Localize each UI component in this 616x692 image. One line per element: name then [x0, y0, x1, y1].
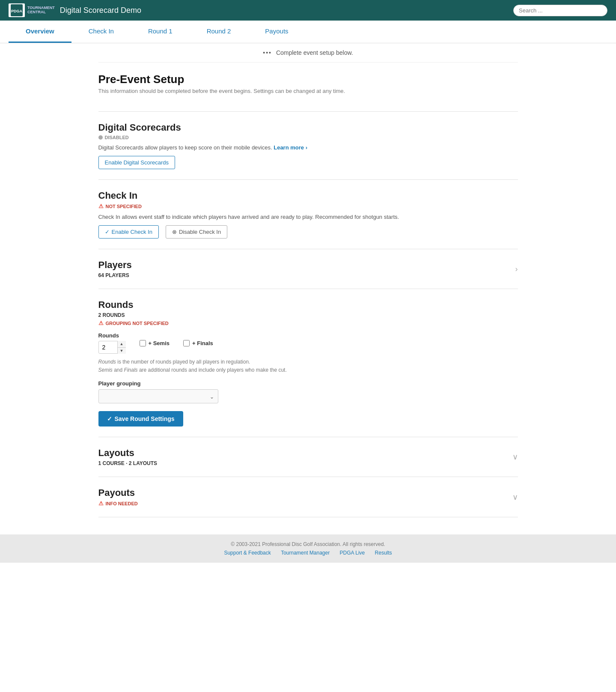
rounds-note-rounds: Rounds — [98, 359, 116, 365]
status-bar: ••• Complete event setup below. — [98, 43, 518, 63]
finals-checkbox[interactable] — [183, 340, 190, 346]
payouts-title: Payouts — [98, 487, 138, 498]
tab-overview[interactable]: Overview — [9, 21, 71, 43]
rounds-note: Rounds is the number of rounds played by… — [98, 358, 518, 374]
checkmark-icon: ✓ — [105, 229, 110, 235]
rounds-label: Rounds — [98, 332, 126, 339]
footer-links: Support & Feedback Tournament Manager PD… — [7, 550, 609, 556]
layouts-meta: 1 COURSE · 2 LAYOUTS — [98, 460, 158, 466]
header: PDGA TOURNAMENT CENTRAL Digital Scorecar… — [0, 0, 616, 21]
rounds-grouping-status: ⚠ GROUPING NOT SPECIFIED — [98, 320, 518, 326]
grouping-label: Player grouping — [98, 380, 518, 387]
tournament-central-label: TOURNAMENT CENTRAL — [27, 6, 55, 15]
main-content: ••• Complete event setup below. Pre-Even… — [90, 43, 527, 534]
payouts-status: ⚠ INFO NEEDED — [98, 500, 138, 507]
svg-text:PDGA: PDGA — [11, 9, 23, 13]
learn-more-link[interactable]: Learn more › — [274, 144, 307, 151]
rounds-input-group: Rounds ▲ ▼ — [98, 332, 126, 354]
players-info: Players 64 PLAYERS — [98, 260, 132, 278]
save-round-settings-wrap: ✓ Save Round Settings — [98, 411, 518, 427]
players-count: 64 PLAYERS — [98, 272, 132, 278]
app-title: Digital Scorecard Demo — [60, 6, 141, 15]
rounds-number-input-wrap: ▲ ▼ — [98, 341, 126, 354]
payouts-row: Payouts ⚠ INFO NEEDED ∨ — [98, 487, 518, 507]
finals-checkbox-group: + Finals — [183, 340, 213, 346]
semis-label: + Semis — [149, 340, 170, 346]
footer-link-support[interactable]: Support & Feedback — [224, 550, 271, 556]
semis-checkbox[interactable] — [140, 340, 146, 346]
digital-scorecards-desc: Digital Scorecards allow players to keep… — [98, 144, 518, 151]
warn-triangle-icon: ⚠ — [98, 203, 104, 209]
status-dots: ••• — [263, 49, 272, 56]
tab-round1[interactable]: Round 1 — [131, 21, 190, 43]
payouts-section[interactable]: Payouts ⚠ INFO NEEDED ∨ — [98, 477, 518, 517]
rounds-title: Rounds — [98, 299, 518, 310]
payouts-warn-icon: ⚠ — [98, 500, 104, 507]
semis-checkbox-group: + Semis — [140, 340, 170, 346]
check-in-desc: Check In allows event staff to indicate … — [98, 214, 518, 220]
rounds-controls: Rounds ▲ ▼ + Semis + Finals — [98, 332, 518, 354]
player-grouping-select-wrap — [98, 389, 218, 403]
nav-tabs: Overview Check In Round 1 Round 2 Payout… — [0, 21, 616, 43]
rounds-spinners: ▲ ▼ — [117, 341, 126, 354]
player-grouping-select[interactable] — [98, 389, 218, 403]
rounds-count: 2 ROUNDS — [98, 312, 518, 318]
pdga-logo: PDGA TOURNAMENT CENTRAL — [9, 3, 55, 17]
circle-x-icon: ⊗ — [172, 229, 177, 235]
payouts-info: Payouts ⚠ INFO NEEDED — [98, 487, 138, 507]
layouts-section[interactable]: Layouts 1 COURSE · 2 LAYOUTS ∨ — [98, 437, 518, 477]
rounds-decrement-button[interactable]: ▼ — [118, 348, 126, 354]
header-left: PDGA TOURNAMENT CENTRAL Digital Scorecar… — [9, 3, 141, 17]
rounds-note-semis: Semis — [98, 367, 113, 373]
pdga-logo-box: PDGA — [9, 3, 25, 17]
layouts-row: Layouts 1 COURSE · 2 LAYOUTS ∨ — [98, 447, 518, 466]
players-title: Players — [98, 260, 132, 271]
check-in-section: Check In ⚠ NOT SPECIFIED Check In allows… — [98, 180, 518, 249]
digital-scorecards-section: Digital Scorecards DISABLED Digital Scor… — [98, 112, 518, 180]
tab-checkin[interactable]: Check In — [71, 21, 131, 43]
layouts-info: Layouts 1 COURSE · 2 LAYOUTS — [98, 447, 158, 466]
players-section[interactable]: Players 64 PLAYERS › — [98, 249, 518, 289]
digital-scorecards-title: Digital Scorecards — [98, 122, 518, 133]
disabled-dot — [98, 135, 103, 140]
digital-scorecards-status: DISABLED — [98, 135, 518, 140]
footer: © 2003-2021 Professional Disc Golf Assoc… — [0, 534, 616, 563]
tab-payouts[interactable]: Payouts — [248, 21, 305, 43]
search-input[interactable] — [513, 5, 607, 16]
finals-label: + Finals — [192, 340, 213, 346]
layouts-chevron-down-icon: ∨ — [512, 452, 518, 462]
check-in-buttons: ✓ Enable Check In ⊗ Disable Check In — [98, 225, 518, 239]
save-round-settings-button[interactable]: ✓ Save Round Settings — [98, 411, 183, 427]
rounds-increment-button[interactable]: ▲ — [118, 341, 126, 348]
status-message: Complete event setup below. — [276, 49, 353, 56]
enable-check-in-button[interactable]: ✓ Enable Check In — [98, 225, 159, 239]
rounds-section: Rounds 2 ROUNDS ⚠ GROUPING NOT SPECIFIED… — [98, 289, 518, 437]
pdga-shield-icon: PDGA — [11, 4, 23, 16]
check-in-title: Check In — [98, 190, 518, 201]
players-chevron-right-icon: › — [515, 265, 518, 274]
rounds-warn-icon: ⚠ — [98, 320, 104, 326]
check-in-status: ⚠ NOT SPECIFIED — [98, 203, 518, 209]
rounds-note-finals: Finals — [124, 367, 138, 373]
footer-link-pdga-live[interactable]: PDGA Live — [340, 550, 365, 556]
footer-link-tournament-manager[interactable]: Tournament Manager — [281, 550, 330, 556]
footer-link-results[interactable]: Results — [375, 550, 392, 556]
players-row: Players 64 PLAYERS › — [98, 260, 518, 278]
save-checkmark-icon: ✓ — [107, 415, 112, 422]
tab-round2[interactable]: Round 2 — [190, 21, 248, 43]
payouts-chevron-down-icon: ∨ — [512, 492, 518, 502]
pre-event-setup-section: Pre-Event Setup This information should … — [98, 63, 518, 112]
search-box[interactable] — [513, 5, 607, 16]
footer-copyright: © 2003-2021 Professional Disc Golf Assoc… — [7, 541, 609, 547]
enable-digital-scorecards-button[interactable]: Enable Digital Scorecards — [98, 156, 176, 169]
layouts-title: Layouts — [98, 447, 158, 459]
pre-event-subtitle: This information should be completed bef… — [98, 88, 518, 94]
disable-check-in-button[interactable]: ⊗ Disable Check In — [166, 225, 227, 239]
pre-event-title: Pre-Event Setup — [98, 73, 518, 86]
